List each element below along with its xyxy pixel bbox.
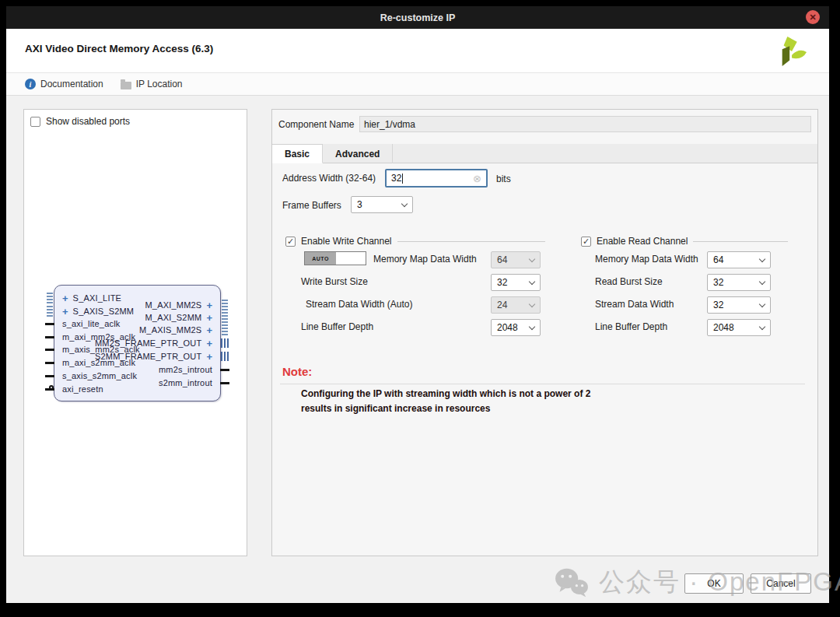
ip-block-symbol[interactable]: + S_AXI_LITE + S_AXIS_S2MM s_axi_lite_ac…: [54, 285, 221, 401]
documentation-button[interactable]: i Documentation: [25, 79, 103, 89]
read-line-buffer-select[interactable]: 2048: [707, 319, 771, 336]
show-disabled-ports-checkbox[interactable]: [30, 117, 40, 127]
bus-hatch-icon: [222, 300, 228, 310]
read-stream-width-select[interactable]: 32: [707, 296, 771, 314]
select-value: 32: [713, 277, 723, 288]
ip-location-label: IP Location: [136, 79, 183, 89]
port-m-axi-s2mm[interactable]: M_AXI_S2MM +: [145, 311, 212, 324]
select-value: 64: [497, 254, 507, 265]
port-s-axis-s2mm[interactable]: + S_AXIS_S2MM: [62, 305, 134, 317]
ip-title: AXI Video Direct Memory Access (6.3): [25, 43, 213, 54]
expand-plus-icon[interactable]: +: [206, 300, 212, 310]
port-mm2s-frame-ptr-out[interactable]: MM2S_FRAME_PTR_OUT +: [95, 337, 212, 349]
pin-stub: [220, 369, 229, 371]
chevron-down-icon: [759, 278, 765, 284]
ok-button[interactable]: OK: [684, 573, 744, 594]
auto-toggle-label: AUTO: [305, 252, 336, 265]
port-mm2s-introut[interactable]: mm2s_introut: [159, 363, 212, 376]
note-line: results in significant increase in resou…: [301, 403, 490, 414]
port-s-axis-s2mm-aclk[interactable]: s_axis_s2mm_aclk: [62, 370, 137, 382]
write-burst-size-select[interactable]: 32: [491, 274, 541, 291]
port-m-axi-mm2s[interactable]: M_AXI_MM2S +: [145, 299, 212, 311]
expand-plus-icon[interactable]: +: [62, 307, 68, 317]
write-line-buffer-select[interactable]: 2048: [491, 319, 541, 336]
pin-stub: [45, 323, 54, 325]
port-s2mm-frame-ptr-out[interactable]: S2MM_FRAME_PTR_OUT +: [95, 350, 212, 363]
port-label: axi_resetn: [62, 384, 103, 394]
enable-write-channel-checkbox[interactable]: ✓: [285, 237, 296, 247]
chevron-down-icon: [529, 300, 535, 307]
select-value: 64: [713, 254, 723, 265]
port-s-axi-lite-aclk[interactable]: s_axi_lite_aclk: [62, 317, 121, 330]
write-stream-width-select: 24: [491, 296, 541, 314]
address-width-input[interactable]: 32 ⊗: [385, 169, 488, 188]
read-mm-data-width-select[interactable]: 64: [707, 251, 771, 268]
port-axi-resetn[interactable]: axi_resetn: [62, 383, 103, 395]
port-label: M_AXIS_MM2S: [139, 325, 201, 335]
check-icon: ✓: [287, 237, 294, 247]
component-name-input[interactable]: hier_1/vdma: [359, 116, 811, 132]
port-label: S_AXI_LITE: [73, 293, 122, 303]
active-low-circle-icon: [49, 385, 54, 390]
chevron-down-icon: [759, 255, 765, 261]
expand-plus-icon[interactable]: +: [206, 325, 212, 335]
clear-icon[interactable]: ⊗: [473, 174, 481, 184]
port-label: MM2S_FRAME_PTR_OUT: [95, 338, 201, 348]
cancel-button[interactable]: Cancel: [751, 573, 811, 594]
port-label: M_AXI_MM2S: [145, 300, 201, 310]
tab-label: Advanced: [335, 149, 380, 160]
memory-map-width-auto-toggle[interactable]: AUTO: [304, 251, 366, 265]
port-s2mm-introut[interactable]: s2mm_introut: [159, 377, 212, 389]
chevron-down-icon: [529, 255, 535, 261]
chevron-down-icon: [529, 278, 535, 284]
frame-buffers-select[interactable]: 3: [351, 196, 413, 213]
expand-plus-icon[interactable]: +: [62, 293, 68, 303]
address-width-value: 32: [391, 173, 401, 184]
read-stream-width-label: Stream Data Width: [595, 299, 674, 310]
ip-toolbar: i Documentation IP Location: [6, 73, 829, 96]
folder-icon: [121, 82, 131, 89]
pin-stub: [45, 349, 54, 351]
select-value: 32: [497, 277, 507, 288]
check-icon: ✓: [583, 237, 590, 247]
ip-location-button[interactable]: IP Location: [121, 79, 183, 89]
frame-buffers-label: Frame Buffers: [282, 200, 341, 211]
port-label: s2mm_introut: [159, 378, 212, 387]
close-button[interactable]: ✕: [806, 10, 820, 24]
documentation-label: Documentation: [40, 79, 103, 89]
info-icon: i: [25, 79, 36, 89]
text-caret: [402, 174, 403, 184]
chevron-down-icon: [529, 323, 535, 329]
port-label: M_AXI_S2MM: [145, 313, 201, 322]
write-burst-size-label: Write Burst Size: [301, 276, 368, 287]
close-icon: ✕: [809, 12, 816, 23]
xilinx-logo-icon: [778, 35, 807, 71]
chevron-down-icon: [759, 323, 765, 329]
tab-basic[interactable]: Basic: [272, 144, 323, 163]
configuration-panel: Component Name hier_1/vdma Basic Advance…: [271, 109, 818, 556]
port-m-axis-mm2s[interactable]: M_AXIS_MM2S +: [139, 324, 212, 336]
write-line-buffer-label: Line Buffer Depth: [301, 321, 373, 332]
select-value: 2048: [713, 322, 734, 333]
write-mm-data-width-label: Memory Map Data Width: [373, 254, 477, 265]
read-burst-size-select[interactable]: 32: [707, 274, 771, 291]
tab-advanced[interactable]: Advanced: [323, 144, 393, 163]
write-channel-group-header: ✓ Enable Write Channel: [285, 236, 561, 247]
write-stream-width-label: Stream Data Width (Auto): [306, 299, 412, 310]
cancel-button-label: Cancel: [766, 578, 795, 589]
select-value: 32: [713, 300, 723, 310]
port-s-axi-lite[interactable]: + S_AXI_LITE: [62, 292, 121, 304]
expand-plus-icon[interactable]: +: [206, 352, 212, 362]
expand-plus-icon[interactable]: +: [206, 313, 212, 323]
select-value: 3: [357, 199, 362, 210]
bus-hatch-icon: [47, 293, 53, 303]
vector-bars-icon: [221, 338, 229, 348]
port-label: s_axi_lite_aclk: [62, 319, 121, 328]
component-name-value: hier_1/vdma: [364, 119, 415, 130]
enable-read-channel-checkbox[interactable]: ✓: [581, 237, 591, 247]
group-divider: [693, 241, 788, 242]
note-divider: [280, 384, 805, 384]
address-width-label: Address Width (32-64): [282, 173, 376, 184]
read-line-buffer-label: Line Buffer Depth: [595, 321, 667, 332]
expand-plus-icon[interactable]: +: [206, 338, 212, 349]
